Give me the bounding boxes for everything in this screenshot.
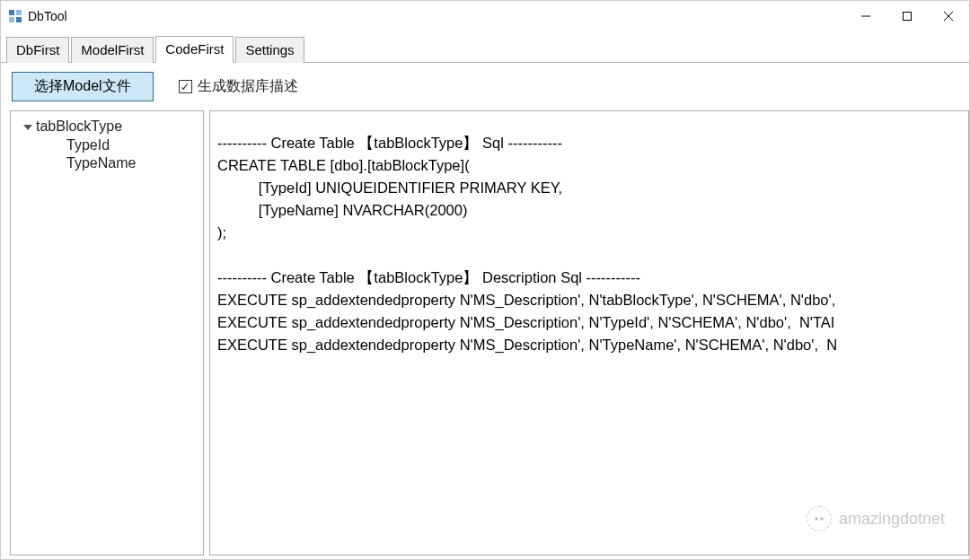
close-button[interactable] <box>928 1 969 31</box>
svg-rect-3 <box>16 17 22 22</box>
watermark-text: amazingdotnet <box>839 510 945 529</box>
maximize-button[interactable] <box>886 1 928 31</box>
svg-rect-5 <box>904 13 912 21</box>
model-tree-panel[interactable]: tabBlockType TypeId TypeName <box>10 110 204 556</box>
app-window: DbTool DbFirst ModelFirst CodeFirst Sett… <box>0 0 970 560</box>
toolbar: 选择Model文件 生成数据库描述 <box>1 63 969 110</box>
select-model-button[interactable]: 选择Model文件 <box>12 72 154 101</box>
tree-node-root[interactable]: tabBlockType <box>23 117 198 136</box>
tab-settings[interactable]: Settings <box>235 37 304 63</box>
tree-node-label: TypeName <box>66 155 136 171</box>
tree-node-child[interactable]: TypeName <box>66 154 192 172</box>
generate-description-checkbox[interactable]: 生成数据库描述 <box>179 77 298 96</box>
tab-strip: DbFirst ModelFirst CodeFirst Settings <box>1 31 969 63</box>
svg-rect-2 <box>9 17 14 22</box>
watermark: amazingdotnet <box>807 506 945 531</box>
content-area: tabBlockType TypeId TypeName ---------- … <box>1 110 969 559</box>
tree-node-label: tabBlockType <box>36 118 122 135</box>
svg-rect-0 <box>9 10 14 15</box>
minimize-button[interactable] <box>845 1 886 31</box>
tree-node-child[interactable]: TypeId <box>66 136 192 154</box>
window-title: DbTool <box>28 9 67 23</box>
checkbox-icon <box>179 80 192 93</box>
watermark-icon <box>807 506 832 531</box>
app-icon <box>8 9 22 23</box>
sql-output-panel[interactable]: ---------- Create Table 【tabBlockType】 S… <box>209 110 969 556</box>
tree-node-label: TypeId <box>66 137 110 153</box>
window-controls <box>845 1 969 31</box>
tab-modelfirst[interactable]: ModelFirst <box>71 37 154 63</box>
title-bar: DbTool <box>1 1 969 31</box>
tab-dbfirst[interactable]: DbFirst <box>6 37 69 63</box>
expander-icon[interactable] <box>23 125 32 130</box>
svg-rect-1 <box>16 10 22 15</box>
sql-output-text: ---------- Create Table 【tabBlockType】 S… <box>210 127 968 362</box>
tab-codefirst[interactable]: CodeFirst <box>155 36 234 63</box>
checkbox-label: 生成数据库描述 <box>198 77 298 96</box>
